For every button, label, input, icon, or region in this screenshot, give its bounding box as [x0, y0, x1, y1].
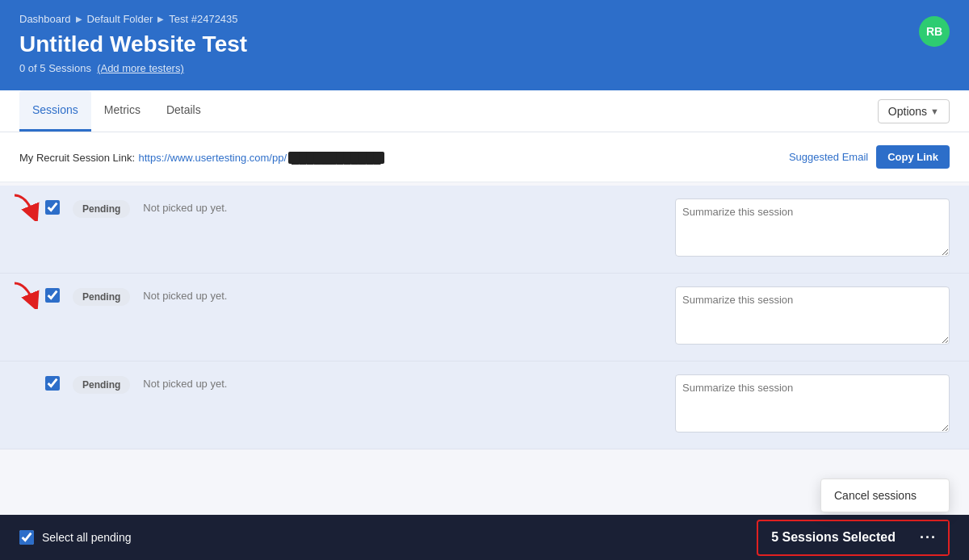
recruit-link-area: My Recruit Session Link: https://www.use… — [19, 150, 384, 165]
checkbox-wrap-1 — [45, 199, 60, 215]
add-testers-link[interactable]: (Add more testers) — [97, 62, 184, 74]
tab-sessions[interactable]: Sessions — [19, 90, 91, 132]
session-summary-box-1 — [675, 199, 950, 260]
recruit-link-blurred: ████████████ — [288, 152, 384, 164]
tab-details[interactable]: Details — [153, 90, 214, 132]
session-status-text-3: Not picked up yet. — [143, 374, 662, 390]
session-count: 0 of 5 Sessions — [19, 62, 91, 74]
session-status-badge-3: Pending — [73, 376, 130, 394]
session-row: Pending Not picked up yet. — [0, 361, 969, 449]
header: Dashboard ▶ Default Folder ▶ Test #24724… — [0, 0, 969, 90]
avatar: RB — [919, 16, 950, 47]
breadcrumb-test[interactable]: Test #2472435 — [169, 13, 237, 25]
tab-metrics[interactable]: Metrics — [91, 90, 153, 132]
tabs-bar: Sessions Metrics Details Options ▼ — [0, 90, 969, 132]
breadcrumb-arrow-1: ▶ — [76, 15, 82, 23]
breadcrumb-folder[interactable]: Default Folder — [87, 13, 153, 25]
cancel-sessions-item[interactable]: Cancel sessions — [821, 479, 949, 495]
session-summary-box-3 — [675, 374, 950, 436]
session-row: Pending Not picked up yet. — [0, 274, 969, 361]
checkbox-wrap-3 — [45, 374, 60, 391]
header-subtitle: 0 of 5 Sessions (Add more testers) — [19, 62, 950, 74]
session-summary-box-2 — [675, 286, 950, 348]
suggested-email-link[interactable]: Suggested Email — [789, 151, 868, 163]
session-status-badge-2: Pending — [73, 288, 130, 306]
session-checkbox-2[interactable] — [45, 288, 60, 303]
session-status-badge-1: Pending — [73, 200, 130, 218]
session-status-text-1: Not picked up yet. — [143, 199, 662, 214]
session-status-text-2: Not picked up yet. — [143, 286, 662, 302]
tabs-left: Sessions Metrics Details — [19, 90, 214, 132]
chevron-down-icon: ▼ — [930, 107, 939, 116]
session-row: Pending Not picked up yet. — [0, 186, 969, 274]
copy-link-button[interactable]: Copy Link — [876, 145, 950, 169]
page-title: Untitled Website Test — [19, 31, 950, 57]
cancel-popup: Cancel sessions — [820, 479, 950, 495]
options-label: Options — [888, 105, 927, 118]
breadcrumb-dashboard[interactable]: Dashboard — [19, 13, 71, 25]
session-checkbox-3[interactable] — [45, 376, 60, 391]
checkbox-wrap-2 — [45, 286, 60, 303]
recruit-bar: My Recruit Session Link: https://www.use… — [0, 132, 969, 182]
options-button[interactable]: Options ▼ — [878, 99, 950, 123]
session-checkbox-1[interactable] — [45, 200, 60, 215]
breadcrumb: Dashboard ▶ Default Folder ▶ Test #24724… — [19, 13, 950, 25]
breadcrumb-arrow-2: ▶ — [157, 15, 164, 23]
session-summary-textarea-1[interactable] — [675, 199, 950, 257]
recruit-link[interactable]: https://www.usertesting.com/pp/ — [139, 152, 287, 164]
red-arrow-1 — [11, 192, 40, 224]
recruit-label: My Recruit Session Link: — [19, 152, 135, 164]
session-summary-textarea-2[interactable] — [675, 286, 950, 345]
session-summary-textarea-3[interactable] — [675, 374, 950, 433]
recruit-actions: Suggested Email Copy Link — [789, 145, 950, 169]
red-arrow-2 — [11, 280, 40, 312]
sessions-container: Pending Not picked up yet. Pending Not — [0, 186, 969, 449]
